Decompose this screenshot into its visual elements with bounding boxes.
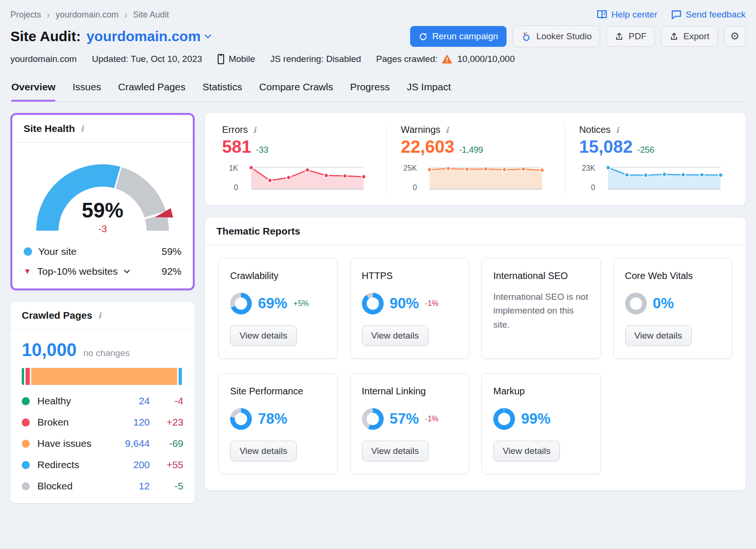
breadcrumb-domain[interactable]: yourdomain.com [56, 10, 119, 20]
domain-selector[interactable]: yourdomain.com [86, 28, 210, 44]
broken-label: Broken [37, 417, 127, 428]
meta-device: Mobile [217, 54, 255, 64]
legend-top10-websites: ▼ Top-10% websites 92% [24, 266, 181, 277]
internal-linking-score: 57% [390, 410, 419, 427]
site-health-card: Site Health i 59% -3 Your site 59% [10, 113, 195, 290]
warnings-label: Warnings [401, 124, 440, 135]
send-feedback-link[interactable]: Send feedback [671, 9, 746, 20]
bar-segment-have-issues [31, 368, 177, 385]
notices-change: -256 [637, 145, 654, 155]
site-performance-view-details-button[interactable]: View details [230, 441, 297, 462]
legend-row-healthy[interactable]: Healthy 24 -4 [22, 395, 183, 407]
book-icon [597, 10, 607, 19]
help-center-link[interactable]: Help center [597, 9, 657, 20]
crawlability-score: 69% [258, 295, 287, 312]
pdf-button[interactable]: PDF [606, 26, 655, 47]
notices-section: Notices i 15,082 -256 23K 0 [565, 124, 743, 193]
warning-triangle-icon[interactable] [442, 54, 452, 64]
errors-value[interactable]: 581 [222, 137, 251, 157]
info-icon[interactable]: i [615, 125, 619, 135]
tab-issues[interactable]: Issues [72, 78, 101, 102]
https-view-details-button[interactable]: View details [362, 325, 429, 346]
crawlability-donut [230, 293, 252, 314]
redirects-value[interactable]: 200 [133, 459, 150, 471]
blocked-change: -5 [156, 480, 183, 492]
help-center-label: Help center [611, 9, 657, 20]
meta-pages-crawled: Pages crawled: 10,000/10,000 [376, 54, 515, 64]
crawled-total[interactable]: 10,000 [22, 340, 77, 360]
crawled-stacked-bar [22, 368, 183, 385]
info-icon[interactable]: i [445, 125, 449, 135]
tab-progress[interactable]: Progress [350, 78, 390, 102]
markup-view-details-button[interactable]: View details [493, 441, 560, 462]
site-health-gauge: 59% -3 [12, 143, 193, 239]
chevron-down-icon[interactable] [124, 267, 130, 273]
redirects-change: +55 [156, 459, 183, 471]
rerun-campaign-button[interactable]: Rerun campaign [410, 26, 507, 47]
have-issues-value[interactable]: 9,644 [125, 438, 150, 449]
legend-row-blocked[interactable]: Blocked 12 -5 [22, 480, 183, 492]
report-card-internal-linking: Internal Linking 57% -1% View details [350, 373, 470, 474]
chevron-right-icon: › [124, 10, 128, 19]
info-icon[interactable]: i [97, 311, 102, 320]
redirects-label: Redirects [37, 459, 127, 471]
y-min-tick: 0 [222, 183, 238, 192]
mobile-phone-icon [217, 54, 224, 64]
crawled-pages-title: Crawled Pages [22, 310, 92, 321]
top10-value: 92% [162, 266, 181, 277]
red-dot-icon [22, 418, 30, 427]
tab-js-impact[interactable]: JS Impact [407, 78, 451, 102]
export-button[interactable]: Export [661, 26, 718, 47]
crawlability-change: +5% [293, 299, 309, 308]
internal-linking-change: -1% [425, 415, 438, 423]
info-icon[interactable]: i [80, 124, 85, 133]
errors-label: Errors [222, 124, 248, 135]
tab-crawled-pages[interactable]: Crawled Pages [118, 78, 185, 102]
blocked-value[interactable]: 12 [139, 480, 150, 492]
core-web-vitals-score: 0% [653, 295, 674, 312]
crawlability-view-details-button[interactable]: View details [230, 325, 297, 346]
internal-linking-view-details-button[interactable]: View details [362, 441, 429, 462]
breadcrumb: Projects › yourdomain.com › Site Audit [10, 10, 169, 20]
pdf-label: PDF [628, 31, 646, 42]
info-icon[interactable]: i [252, 125, 257, 135]
notices-y-axis: 23K 0 [579, 163, 595, 193]
errors-section: Errors i 581 -33 1K 0 [208, 124, 386, 193]
tab-compare-crawls[interactable]: Compare Crawls [259, 78, 333, 102]
gear-icon: ⚙ [730, 31, 739, 42]
healthy-value[interactable]: 24 [139, 395, 150, 407]
breadcrumb-projects[interactable]: Projects [10, 10, 41, 20]
broken-value[interactable]: 120 [133, 417, 150, 428]
title-bar: Site Audit: yourdomain.com Rerun campaig… [10, 26, 746, 47]
tab-overview[interactable]: Overview [11, 78, 55, 102]
legend-row-broken[interactable]: Broken 120 +23 [22, 417, 183, 428]
top10-label: Top-10% websites [37, 266, 118, 277]
warnings-section: Warnings i 22,603 -1,499 25K 0 [386, 124, 564, 193]
legend-row-have-issues[interactable]: Have issues 9,644 -69 [22, 438, 183, 449]
report-card-international-seo: International SEO International SEO is n… [481, 258, 601, 359]
core-web-vitals-view-details-button[interactable]: View details [625, 325, 692, 346]
legend-row-redirects[interactable]: Redirects 200 +55 [22, 459, 183, 471]
have-issues-change: -69 [156, 438, 183, 449]
y-max-tick: 23K [579, 164, 595, 173]
warnings-change: -1,499 [459, 145, 483, 155]
looker-studio-button[interactable]: Looker Studio [513, 26, 600, 47]
settings-button[interactable]: ⚙ [724, 26, 746, 47]
errors-sparkline [243, 163, 372, 193]
markup-donut [493, 408, 515, 430]
core-web-vitals-title: Core Web Vitals [625, 270, 721, 281]
core-web-vitals-donut [625, 293, 647, 314]
healthy-change: -4 [156, 395, 183, 407]
report-card-site-performance: Site Performance 78% View details [218, 373, 338, 474]
notices-value[interactable]: 15,082 [579, 137, 633, 157]
internal-linking-title: Internal Linking [362, 386, 458, 397]
https-change: -1% [425, 299, 438, 308]
markup-title: Markup [493, 386, 589, 397]
y-min-tick: 0 [401, 183, 417, 192]
warnings-y-axis: 25K 0 [401, 163, 417, 193]
tab-statistics[interactable]: Statistics [203, 78, 242, 102]
https-title: HTTPS [362, 270, 458, 281]
warnings-value[interactable]: 22,603 [401, 137, 454, 157]
looker-studio-label: Looker Studio [536, 31, 592, 42]
crawled-legend: Healthy 24 -4 Broken 120 +23 Have [22, 395, 183, 492]
